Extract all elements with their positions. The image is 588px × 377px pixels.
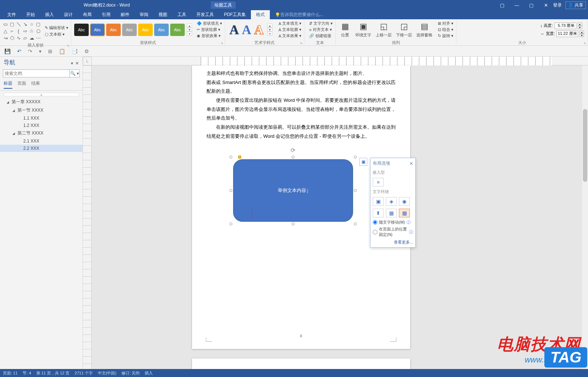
shape-square-icon[interactable]: ▢ bbox=[35, 21, 41, 27]
height-spinner[interactable]: ▲▼ bbox=[578, 23, 582, 29]
bring-forward-button[interactable]: ◱上移一层 bbox=[373, 21, 394, 39]
share-button[interactable]: 👤共享 bbox=[565, 1, 586, 9]
nav-search-button[interactable]: 🔍 ▾ bbox=[69, 69, 80, 77]
popup-close-icon[interactable]: ✕ bbox=[409, 161, 413, 166]
wordart-gallery[interactable]: A A A ▲▼▾ bbox=[227, 22, 275, 37]
tab-mailings[interactable]: 邮件 bbox=[116, 10, 135, 19]
ruler-corner[interactable]: L bbox=[83, 57, 92, 65]
page-body-text[interactable]: 主题和样式也有助于文档保持协调。当您单击设计并选择新的主题时，图片、 图表或 S… bbox=[192, 65, 410, 141]
shape-outline-button[interactable]: ✏形状轮廓 ▾ bbox=[196, 27, 223, 33]
tree-item[interactable]: 2.1 XXX bbox=[0, 137, 83, 145]
shape-curve-icon[interactable]: ↝ bbox=[2, 35, 9, 41]
shape-brace-icon[interactable]: { bbox=[15, 28, 22, 34]
tab-insert[interactable]: 插入 bbox=[40, 10, 59, 19]
align-button[interactable]: ⊞对齐 ▾ bbox=[437, 20, 455, 27]
shape-cloud-icon[interactable]: ☁ bbox=[28, 35, 35, 41]
tab-pdf[interactable]: PDF工具集 bbox=[219, 10, 251, 19]
qat-icon-1[interactable]: ⊞ bbox=[48, 48, 52, 54]
status-page[interactable]: 页面: 11 bbox=[3, 370, 17, 376]
layout-behind[interactable]: ▦ bbox=[386, 209, 397, 217]
tree-item[interactable]: ◢第一章 XXXXX bbox=[0, 98, 83, 106]
shape-arrow-icon[interactable]: ↘ bbox=[22, 21, 28, 27]
fix-position-radio[interactable]: 在页面上的位置固定(N) ⓘ bbox=[373, 226, 413, 238]
layout-through[interactable]: ◉ bbox=[399, 197, 410, 206]
nav-tab-results[interactable]: 结果 bbox=[31, 80, 40, 89]
style-orange[interactable]: Abc bbox=[106, 24, 121, 36]
maximize-icon[interactable]: ▢ bbox=[524, 0, 539, 10]
wrap-text-button[interactable]: ▣环绕文字 bbox=[353, 21, 373, 39]
create-link-button[interactable]: 🔗创建链接 bbox=[308, 33, 334, 39]
shape-circle-icon[interactable]: ○ bbox=[28, 21, 35, 27]
shape-elbow-icon[interactable]: ⌐ bbox=[9, 28, 15, 34]
resize-handle-tl[interactable] bbox=[229, 156, 232, 159]
tab-tools[interactable]: 工具 bbox=[172, 10, 191, 19]
tab-review[interactable]: 审阅 bbox=[135, 10, 153, 19]
selected-shape[interactable]: ⟳ 举例文本内容| bbox=[231, 157, 355, 224]
shape-arrow2-icon[interactable]: ⇨ bbox=[22, 28, 28, 34]
close-icon[interactable]: ✕ bbox=[539, 0, 553, 10]
style-lightblue[interactable]: Abc bbox=[154, 24, 169, 36]
wordart-style-1[interactable]: A bbox=[229, 22, 239, 37]
qat-icon-3[interactable]: 📑 bbox=[72, 48, 78, 54]
wordart-style-3[interactable]: A bbox=[254, 22, 264, 37]
document-area[interactable]: L 主题和样式也有助于文档保持协调。当您单击设计并选择新的主题时，图片、 图表或… bbox=[83, 57, 588, 369]
textbox-button[interactable]: ▢文本框 ▾ bbox=[44, 31, 69, 37]
shape-line2-icon[interactable]: ∿ bbox=[15, 35, 22, 41]
group-button[interactable]: ⊡组合 ▾ bbox=[437, 27, 455, 33]
width-spinner[interactable]: ▲▼ bbox=[580, 31, 584, 37]
selection-pane-button[interactable]: ▤选择窗格 bbox=[414, 21, 435, 39]
minimize-icon[interactable]: — bbox=[509, 0, 524, 10]
nav-search-input[interactable] bbox=[3, 69, 69, 77]
tab-file[interactable]: 文件 bbox=[2, 10, 21, 19]
layout-tight[interactable]: ◈ bbox=[386, 197, 397, 206]
tab-references[interactable]: 引用 bbox=[97, 10, 116, 19]
height-input[interactable] bbox=[555, 23, 576, 29]
dialog-launcher-icon[interactable]: ↘ bbox=[66, 44, 70, 48]
horizontal-ruler[interactable] bbox=[92, 57, 588, 65]
style-blue[interactable]: Abc bbox=[90, 24, 105, 36]
dialog-launcher-icon[interactable]: ↘ bbox=[220, 41, 224, 45]
style-gray[interactable]: Abc bbox=[122, 24, 137, 36]
resize-handle-br[interactable] bbox=[354, 222, 357, 225]
resize-handle-l[interactable] bbox=[229, 189, 232, 192]
style-black[interactable]: Abc bbox=[74, 24, 89, 36]
position-button[interactable]: ▦位置 bbox=[337, 21, 353, 39]
layout-front[interactable]: ▩ bbox=[399, 209, 410, 217]
tree-item[interactable]: ◢第一节 XXXX bbox=[0, 106, 83, 115]
shape-textbox-icon[interactable]: ▢ bbox=[9, 21, 15, 27]
shape-star-icon[interactable]: ☆ bbox=[28, 28, 35, 34]
send-backward-button[interactable]: ◲下移一层 bbox=[394, 21, 414, 39]
redo-icon[interactable]: ↷ bbox=[28, 48, 32, 54]
shape-effects-button[interactable]: ◉形状效果 ▾ bbox=[196, 33, 223, 39]
document-page[interactable]: 主题和样式也有助于文档保持协调。当您单击设计并选择新的主题时，图片、 图表或 S… bbox=[192, 65, 410, 349]
resize-handle-t[interactable] bbox=[292, 156, 295, 159]
resize-handle-bl[interactable] bbox=[229, 222, 232, 225]
align-text-button[interactable]: ≡对齐文本 ▾ bbox=[308, 27, 334, 33]
nav-dropdown-icon[interactable]: ▾ bbox=[71, 61, 73, 66]
text-effects-button[interactable]: A文本效果 ▾ bbox=[277, 33, 303, 39]
shape-content[interactable]: 举例文本内容| bbox=[233, 159, 353, 222]
text-direction-button[interactable]: ⇵文字方向 ▾ bbox=[308, 20, 334, 27]
status-language[interactable]: 中文(中国) bbox=[98, 370, 116, 376]
layout-square[interactable]: ▣ bbox=[373, 197, 384, 206]
nav-close-icon[interactable]: ✕ bbox=[75, 61, 79, 66]
layout-topbottom[interactable]: ⬍ bbox=[373, 209, 384, 217]
width-input[interactable] bbox=[556, 31, 578, 37]
tab-format[interactable]: 格式 bbox=[251, 10, 270, 19]
nav-jump-top[interactable]: ▲ bbox=[4, 93, 79, 96]
resize-handle-b[interactable] bbox=[292, 222, 295, 225]
next-page-preview[interactable] bbox=[192, 358, 410, 369]
shape-style-gallery[interactable]: Abc Abc Abc Abc Abc Abc Abc ▲▼▾ bbox=[73, 24, 193, 36]
qat-icon-2[interactable]: 📋 bbox=[59, 48, 65, 54]
shape-gallery[interactable]: ▭▢＼↘○▢ △⌐{⇨☆⬡ ↝⬠∿▱☁⋯ bbox=[1, 20, 42, 42]
layout-options-button[interactable]: ▣ bbox=[359, 158, 367, 166]
shape-line-icon[interactable]: ＼ bbox=[15, 21, 22, 27]
tab-developer[interactable]: 开发工具 bbox=[191, 10, 219, 19]
login-link[interactable]: 登录 bbox=[553, 2, 562, 8]
tell-me[interactable]: 💡 告诉我您想要做什么... bbox=[270, 10, 586, 19]
shape-callout-icon[interactable]: ▱ bbox=[22, 35, 28, 41]
qat-icon-4[interactable]: ⚙ bbox=[84, 48, 89, 54]
dialog-launcher-icon[interactable]: ↘ bbox=[299, 41, 303, 45]
rotate-handle-icon[interactable]: ⟳ bbox=[291, 147, 296, 152]
tree-item[interactable]: ◢第二节 XXXX bbox=[0, 129, 83, 137]
